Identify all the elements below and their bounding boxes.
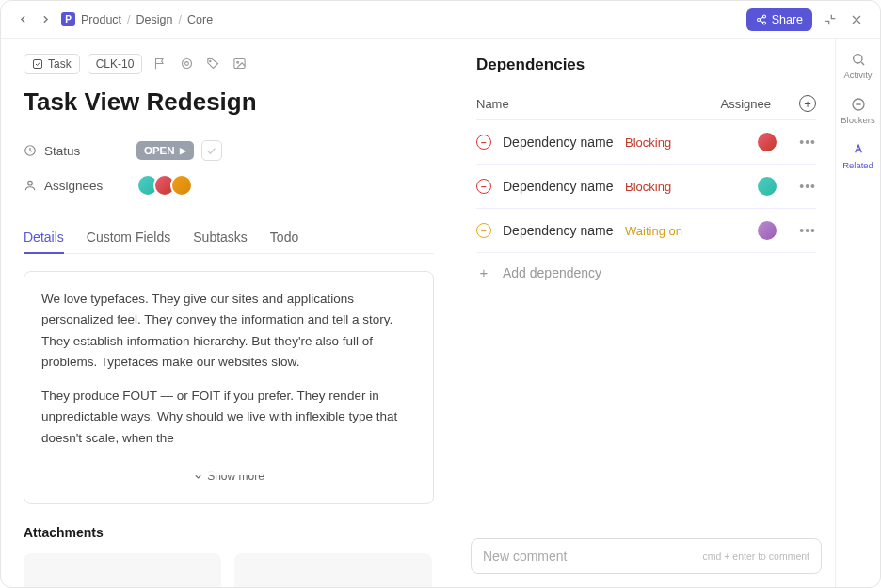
dependency-menu-icon[interactable]: •••: [799, 223, 816, 238]
attachment-placeholder[interactable]: [24, 553, 221, 587]
svg-point-17: [853, 55, 861, 63]
dependencies-columns: Name Assignee +: [476, 87, 816, 120]
rail-blockers[interactable]: Blockers: [841, 97, 874, 125]
dependency-status: Waiting on: [625, 224, 761, 238]
tag-icon[interactable]: [206, 56, 221, 72]
comment-placeholder: New comment: [483, 548, 567, 564]
svg-rect-5: [34, 60, 42, 69]
dependency-menu-icon[interactable]: •••: [799, 135, 816, 150]
right-panel: Dependencies Name Assignee + − Dependenc…: [457, 39, 835, 587]
tabs: Details Custom Fields Subtasks Todo: [24, 222, 434, 254]
task-id-chip[interactable]: CLK-10: [88, 54, 143, 74]
image-icon[interactable]: [232, 56, 248, 72]
description-paragraph: They produce FOUT — or FOIT if you prefe…: [41, 386, 416, 449]
dependency-name: Dependency name: [503, 179, 625, 194]
topbar-right: Share: [746, 8, 865, 31]
dependency-status: Blocking: [625, 180, 761, 194]
dependency-assignee-avatar[interactable]: [756, 175, 778, 198]
dependency-row[interactable]: − Dependency name Blocking •••: [476, 165, 816, 209]
assignees-row: Assignees: [24, 167, 434, 203]
svg-point-2: [762, 22, 765, 24]
status-label: Status: [24, 144, 136, 158]
attachment-placeholder[interactable]: [234, 553, 432, 587]
svg-point-12: [28, 181, 33, 185]
col-assignee: Assignee: [721, 97, 771, 111]
svg-point-0: [762, 15, 765, 18]
assignees-label: Assignees: [24, 179, 136, 193]
task-type-chip[interactable]: Task: [24, 54, 80, 74]
description-paragraph: We love typefaces. They give our sites a…: [41, 289, 416, 373]
avatar: [170, 174, 193, 197]
breadcrumb-sep: /: [127, 13, 130, 26]
breadcrumb-item[interactable]: Product: [81, 13, 121, 26]
tab-todo[interactable]: Todo: [270, 222, 298, 254]
nav-forward-icon[interactable]: [39, 13, 52, 26]
flag-icon[interactable]: [153, 56, 168, 72]
tab-custom-fields[interactable]: Custom Fields: [87, 222, 170, 254]
dependency-status-icon: −: [476, 223, 491, 238]
check-button[interactable]: [201, 140, 222, 161]
breadcrumb[interactable]: P Product / Design / Core: [61, 12, 213, 26]
dependency-row[interactable]: − Dependency name Waiting on •••: [476, 209, 816, 253]
dependencies-title: Dependencies: [476, 56, 585, 74]
share-button[interactable]: Share: [746, 8, 812, 31]
breadcrumb-item[interactable]: Core: [187, 13, 213, 26]
dependency-name: Dependency name: [503, 223, 625, 238]
svg-point-10: [237, 61, 239, 63]
tab-details[interactable]: Details: [24, 222, 64, 254]
svg-rect-9: [234, 59, 245, 69]
col-name: Name: [476, 97, 509, 111]
attachments-row: [24, 553, 434, 587]
left-panel: Task CLK-10 Task View Redesign Status: [1, 39, 457, 587]
topbar-left: P Product / Design / Core: [16, 12, 213, 26]
avatar-stack[interactable]: [136, 174, 193, 197]
dependency-status: Blocking: [625, 135, 761, 150]
play-icon: ▶: [180, 146, 186, 155]
status-row: Status OPEN ▶: [24, 134, 434, 167]
svg-point-8: [210, 60, 211, 61]
attachments-title: Attachments: [24, 525, 434, 540]
description-box: We love typefaces. They give our sites a…: [24, 271, 434, 504]
dependency-status-icon: −: [476, 179, 491, 194]
rail-related[interactable]: Related: [842, 142, 873, 170]
task-toolbar: Task CLK-10: [24, 54, 434, 74]
svg-point-7: [185, 62, 189, 66]
rail-activity[interactable]: Activity: [843, 52, 872, 80]
plus-icon: +: [476, 264, 491, 280]
nav-back-icon[interactable]: [16, 13, 29, 26]
svg-point-6: [183, 59, 192, 69]
breadcrumb-item[interactable]: Design: [136, 13, 173, 26]
svg-point-1: [757, 18, 760, 21]
product-icon: P: [61, 12, 75, 26]
minimize-icon[interactable]: [822, 11, 839, 28]
dependency-menu-icon[interactable]: •••: [799, 179, 816, 194]
svg-line-3: [760, 17, 763, 19]
breadcrumb-sep: /: [179, 13, 182, 26]
add-dependency-button[interactable]: + Add dependency: [476, 253, 816, 292]
dependency-assignee-avatar[interactable]: [756, 219, 778, 242]
dependencies-header: Dependencies: [476, 56, 816, 74]
fade-overlay: [25, 449, 432, 475]
right-rail: Activity Blockers Related: [835, 39, 880, 587]
dependency-status-icon: −: [476, 135, 491, 150]
comment-input[interactable]: New comment cmd + enter to comment: [471, 538, 822, 574]
dependency-row[interactable]: − Dependency name Blocking •••: [476, 120, 816, 165]
dependency-name: Dependency name: [503, 135, 625, 150]
target-icon[interactable]: [180, 56, 195, 72]
dependency-assignee-avatar[interactable]: [756, 131, 778, 153]
comment-hint: cmd + enter to comment: [702, 550, 809, 562]
task-title: Task View Redesign: [24, 87, 434, 117]
topbar: P Product / Design / Core Share: [1, 1, 880, 39]
close-icon[interactable]: [848, 11, 865, 28]
status-chip[interactable]: OPEN ▶: [136, 141, 194, 160]
add-column-button[interactable]: +: [799, 95, 816, 112]
main-container: Task CLK-10 Task View Redesign Status: [1, 39, 880, 587]
tab-subtasks[interactable]: Subtasks: [193, 222, 248, 254]
svg-line-4: [760, 20, 763, 22]
